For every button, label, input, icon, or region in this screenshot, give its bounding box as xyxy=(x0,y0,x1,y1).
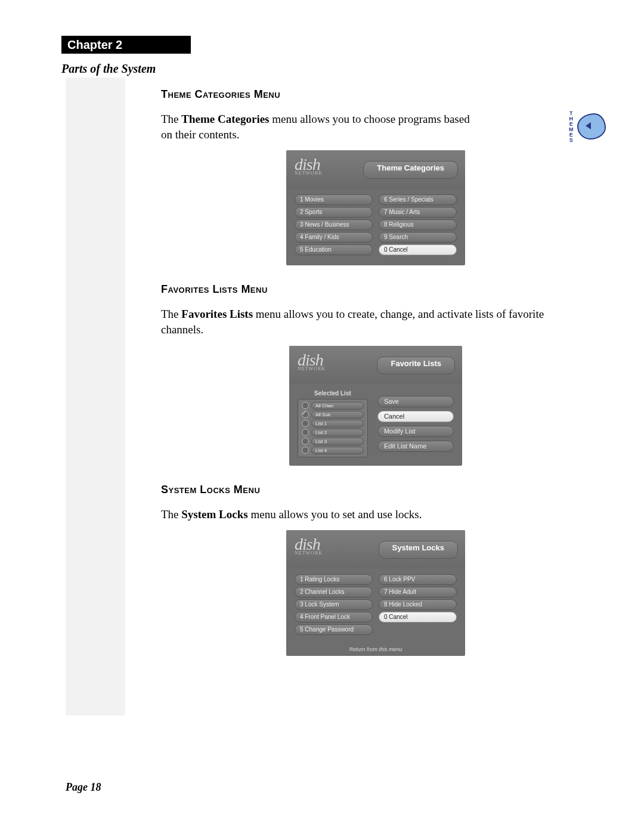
radio-icon[interactable] xyxy=(302,402,309,409)
menu-item[interactable]: 5 Education xyxy=(295,244,373,255)
screenshot-body: 1 Movies6 Series / Specials 2 Sports7 Mu… xyxy=(286,188,465,265)
selected-list-panel: Selected List All Chan All Sub List 1 Li… xyxy=(298,390,368,457)
selected-list-header: Selected List xyxy=(298,390,368,397)
menu-item[interactable]: 1 Rating Locks xyxy=(295,574,373,585)
menu-item-cancel[interactable]: 0 Cancel xyxy=(379,612,457,623)
paragraph-theme-categories: The Theme Categories menu allows you to … xyxy=(161,112,471,142)
radio-icon[interactable] xyxy=(302,420,309,427)
menu-item[interactable]: 3 News / Business xyxy=(295,219,373,230)
screenshot-header: dishNETWORK Favorite Lists xyxy=(289,346,462,384)
list-item[interactable]: List 3 xyxy=(302,438,364,445)
dish-logo: dishNETWORK xyxy=(295,535,323,556)
screenshot-favorite-lists: dishNETWORK Favorite Lists Selected List… xyxy=(289,346,462,466)
paragraph-favorites-lists: The Favorites Lists menu allows you to c… xyxy=(161,306,566,337)
chapter-heading: Chapter 2 xyxy=(61,36,191,54)
list-item-label: List 2 xyxy=(311,429,364,436)
screenshot-theme-categories: dishNETWORK Theme Categories 1 Movies6 S… xyxy=(286,150,465,265)
text: The xyxy=(161,113,181,125)
menu-item[interactable]: 1 Movies xyxy=(295,194,373,205)
bold-term: System Locks xyxy=(181,508,247,521)
menu-item[interactable]: 6 Series / Specials xyxy=(379,194,457,205)
menu-item[interactable]: 5 Change Password xyxy=(295,624,373,635)
menu-item[interactable]: 4 Family / Kids xyxy=(295,232,373,243)
edit-list-name-button[interactable]: Edit List Name xyxy=(377,441,454,452)
menu-item-cancel[interactable]: 0 Cancel xyxy=(379,244,457,255)
menu-item[interactable]: 7 Hide Adult xyxy=(379,587,457,597)
list-item-label: List 1 xyxy=(311,420,364,428)
list-item[interactable]: All Sub xyxy=(302,411,364,419)
subheading-theme-categories: Theme Categories Menu xyxy=(161,88,590,101)
list-item-label: All Sub xyxy=(311,411,364,419)
menu-item[interactable]: 7 Music / Arts xyxy=(379,207,457,218)
text: The xyxy=(161,308,181,320)
menu-item[interactable]: 8 Hide Locked xyxy=(379,599,457,610)
radio-icon[interactable] xyxy=(302,447,309,454)
radio-icon-checked[interactable] xyxy=(302,411,309,418)
cancel-button[interactable]: Cancel xyxy=(377,411,454,422)
dish-logo: dishNETWORK xyxy=(298,351,326,371)
screenshot-title-badge: System Locks xyxy=(379,541,458,559)
page-number: Page 18 xyxy=(66,781,101,794)
text: menu allows you to set and use locks. xyxy=(248,508,422,521)
list-item[interactable]: All Chan xyxy=(302,402,364,410)
dish-logo: dishNETWORK xyxy=(295,155,323,176)
screenshot-title-badge: Theme Categories xyxy=(363,161,458,179)
paragraph-system-locks: The System Locks menu allows you to set … xyxy=(161,507,566,522)
menu-item[interactable]: 2 Channel Locks xyxy=(295,587,373,597)
list-item-label: List 3 xyxy=(311,438,364,445)
menu-item[interactable]: 3 Lock System xyxy=(295,599,373,610)
menu-item[interactable]: 4 Front Panel Lock xyxy=(295,612,373,623)
screenshot-body: 1 Rating Locks6 Lock PPV 2 Channel Locks… xyxy=(286,568,465,645)
screenshot-header: dishNETWORK Theme Categories xyxy=(286,150,465,188)
list-item[interactable]: List 1 xyxy=(302,420,364,428)
list-item-label: List 4 xyxy=(311,447,364,454)
screenshot-system-locks: dishNETWORK System Locks 1 Rating Locks6… xyxy=(286,530,465,656)
content-area: Theme Categories Menu The Theme Categori… xyxy=(161,82,590,674)
subheading-favorites-lists: Favorites Lists Menu xyxy=(161,283,590,296)
bold-term: Theme Categories xyxy=(181,113,269,125)
save-button[interactable]: Save xyxy=(377,396,454,407)
bold-term: Favorites Lists xyxy=(181,308,253,320)
left-margin-column xyxy=(66,78,125,716)
radio-icon[interactable] xyxy=(302,429,309,436)
section-title: Parts of the System xyxy=(61,62,156,76)
menu-item[interactable]: 9 Search xyxy=(379,232,457,243)
menu-item[interactable]: 2 Sports xyxy=(295,207,373,218)
radio-icon[interactable] xyxy=(302,438,309,445)
modify-list-button[interactable]: Modify List xyxy=(377,426,454,437)
manual-page: Chapter 2 Parts of the System THEMES The… xyxy=(0,0,644,833)
list-item-label: All Chan xyxy=(311,402,364,410)
action-buttons: Save Cancel Modify List Edit List Name xyxy=(377,390,454,457)
screenshot-body: Selected List All Chan All Sub List 1 Li… xyxy=(289,384,462,466)
selected-list-box: All Chan All Sub List 1 List 2 List 3 Li… xyxy=(298,399,368,457)
screenshot-title-badge: Favorite Lists xyxy=(377,357,455,374)
screenshot-header: dishNETWORK System Locks xyxy=(286,530,465,568)
menu-item[interactable]: 6 Lock PPV xyxy=(379,574,457,585)
text: The xyxy=(161,508,181,521)
list-item[interactable]: List 2 xyxy=(302,429,364,436)
subheading-system-locks: System Locks Menu xyxy=(161,484,590,496)
return-hint: Return from this menu xyxy=(286,645,465,656)
list-item[interactable]: List 4 xyxy=(302,447,364,454)
menu-item[interactable]: 8 Religious xyxy=(379,219,457,230)
